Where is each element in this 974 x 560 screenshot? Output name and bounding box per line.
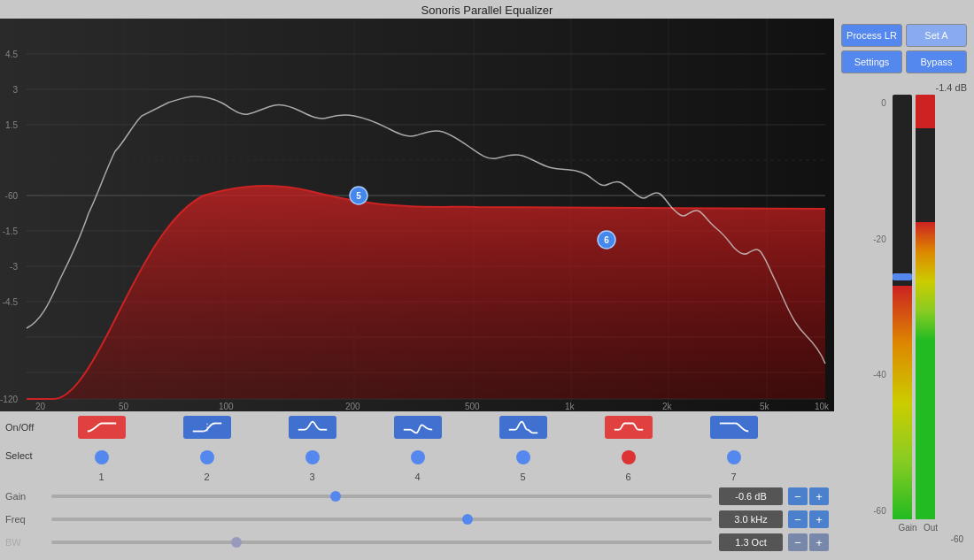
band-4-btn[interactable] [394,416,442,439]
bypass-btn[interactable]: Bypass [906,50,967,73]
svg-text:-60: -60 [5,191,19,201]
vu-db-label: -1.4 dB [841,82,967,93]
svg-text:-120: -120 [0,395,18,404]
settings-btn[interactable]: Settings [841,50,902,73]
vu-bottom-db: -60 [841,534,967,544]
bw-thumb[interactable] [231,537,242,548]
select-label: Select [0,450,49,461]
svg-text:50: 50 [119,402,129,411]
gain-plus-btn[interactable]: + [809,487,829,505]
window-title: Sonoris Parallel Equalizer [0,0,974,19]
band-5-dot[interactable] [516,450,530,464]
band-5-btn[interactable] [499,416,547,439]
band-2-dot[interactable] [200,450,214,464]
vu-scale-40: -40 [873,370,885,380]
vu-scale-0: 0 [873,98,885,108]
svg-text:100: 100 [219,402,234,411]
svg-text:20: 20 [35,402,46,411]
band-controls: On/Off [0,411,834,484]
eq-display: 4.5 3 1.5 -60 -1.5 -3 -4.5 -120 20 50 10… [0,19,834,411]
freq-plus-btn[interactable]: + [809,510,829,528]
band-7-number: 7 [730,472,736,482]
band-7-select[interactable] [681,448,786,464]
svg-text:1.5: 1.5 [5,120,18,130]
vu-out-label: Out [921,523,940,533]
band-5-number: 5 [520,472,525,482]
band-3-number: 3 [309,472,314,482]
band-2-btn[interactable] [183,416,231,439]
band-1-number: 1 [98,472,104,482]
band-5-select[interactable] [470,448,576,464]
svg-text:5: 5 [356,191,361,201]
process-lr-btn[interactable]: Process LR [841,24,902,47]
svg-text:4.5: 4.5 [5,50,18,59]
vu-scale-20: -20 [873,234,885,244]
freq-minus-btn[interactable]: − [788,510,808,528]
freq-slider[interactable] [51,518,712,521]
svg-text:-4.5: -4.5 [3,297,19,307]
svg-text:6: 6 [604,235,609,245]
band-6-onoff[interactable] [576,416,681,439]
gain-row: Gain -0.6 dB − + [5,486,829,507]
band-1-select[interactable] [49,448,154,464]
bw-plus-btn[interactable]: + [809,533,829,551]
band-6-select[interactable] [576,448,681,464]
onoff-buttons [49,416,786,439]
gain-thumb[interactable] [330,491,341,502]
band-6-dot[interactable] [622,450,636,464]
vu-gain-label: Gain [898,523,917,533]
right-panel: Process LR Set A Settings Bypass -1.4 dB… [834,19,974,560]
svg-text:500: 500 [465,402,480,411]
band-1-dot[interactable] [95,450,109,464]
gain-minus-btn[interactable]: − [788,487,808,505]
svg-text:-3: -3 [10,262,18,272]
band-7-dot[interactable] [727,450,741,464]
band-7-btn[interactable] [710,416,758,439]
bw-label: BW [5,537,51,548]
svg-text:1k: 1k [565,402,576,411]
freq-row: Freq 3.0 kHz − + [5,509,829,530]
svg-text:-1.5: -1.5 [3,226,19,236]
band-5-onoff[interactable] [470,416,576,439]
freq-thumb[interactable] [462,514,473,525]
gain-slider[interactable] [51,495,712,498]
band-2-onoff[interactable] [154,416,259,439]
svg-text:2k: 2k [662,402,673,411]
set-a-btn[interactable]: Set A [906,24,967,47]
band-4-select[interactable] [365,448,470,464]
vu-scale-60: -60 [873,506,885,516]
svg-text:200: 200 [345,402,360,411]
svg-text:10k: 10k [815,402,830,411]
band-2-number: 2 [204,472,209,482]
gain-meter-thumb[interactable] [893,273,912,280]
band-3-dot[interactable] [305,450,320,464]
band-3-btn[interactable] [289,416,336,439]
svg-text:3: 3 [12,85,18,95]
onoff-label: On/Off [0,422,49,433]
svg-text:5k: 5k [760,402,770,411]
bw-slider[interactable] [51,541,712,544]
bw-row: BW 1.3 Oct − + [5,532,829,553]
freq-label: Freq [5,514,51,525]
band-6-btn[interactable] [605,416,653,439]
freq-value: 3.0 kHz [719,510,783,528]
band-1-onoff[interactable] [49,416,154,439]
band-3-onoff[interactable] [259,416,365,439]
bw-value: 1.3 Oct [719,533,783,551]
band-7-onoff[interactable] [681,416,786,439]
band-6-number: 6 [625,472,630,482]
band-2-select[interactable] [154,448,259,464]
gain-label: Gain [5,491,51,502]
band-4-dot[interactable] [411,450,425,464]
gain-value: -0.6 dB [719,487,783,505]
band-1-btn[interactable] [78,416,126,439]
band-4-number: 4 [414,472,420,482]
band-4-onoff[interactable] [365,416,470,439]
vu-area: -1.4 dB 0 -20 -40 -60 [841,82,967,560]
bw-minus-btn[interactable]: − [788,533,808,551]
band-3-select[interactable] [259,448,365,464]
